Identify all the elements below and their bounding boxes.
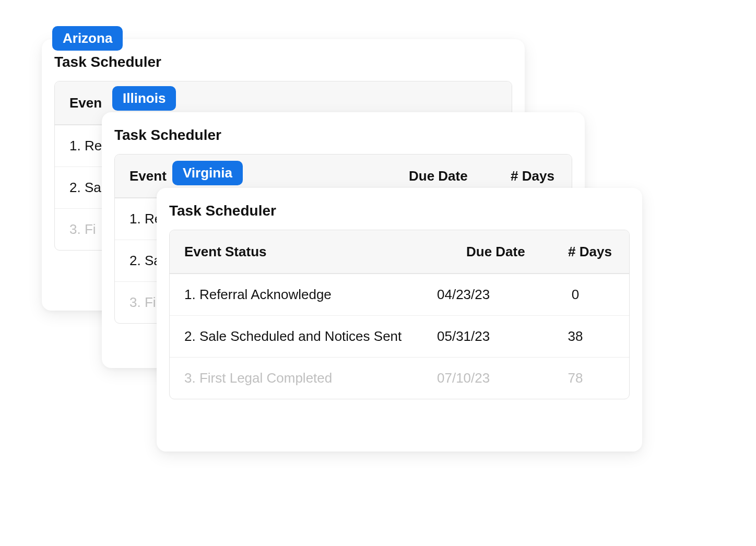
task-table: Event Status Due Date # Days 1. Referral…	[169, 230, 630, 399]
card-title: Task Scheduler	[157, 188, 642, 230]
state-tag-illinois: Illinois	[112, 86, 176, 111]
cell-event: 1. Referral Acknowledge	[184, 287, 437, 303]
cell-due-date: 04/23/23	[437, 287, 536, 303]
col-header-days: # Days	[551, 230, 629, 274]
cell-days: 0	[536, 287, 615, 303]
cell-event: 2. Sale Scheduled and Notices Sent	[184, 328, 437, 345]
cell-due-date: 05/31/23	[437, 328, 536, 345]
table-row[interactable]: 1. Referral Acknowledge 04/23/23 0	[170, 274, 629, 316]
cell-days: 38	[536, 328, 615, 345]
cell-due-date: 07/10/23	[437, 370, 536, 386]
state-tag-arizona: Arizona	[52, 26, 123, 51]
table-row[interactable]: 3. First Legal Completed 07/10/23 78	[170, 358, 629, 399]
cell-days: 78	[536, 370, 615, 386]
state-tag-virginia: Virginia	[172, 161, 243, 185]
cell-event: 3. First Legal Completed	[184, 370, 437, 386]
table-row[interactable]: 2. Sale Scheduled and Notices Sent 05/31…	[170, 316, 629, 358]
col-header-event: Event Status	[170, 230, 452, 274]
table-header-row: Event Status Due Date # Days	[170, 230, 629, 274]
scheduler-card-virginia: Task Scheduler Event Status Due Date # D…	[157, 188, 642, 452]
col-header-due: Due Date	[452, 230, 551, 274]
card-title: Task Scheduler	[102, 112, 585, 154]
